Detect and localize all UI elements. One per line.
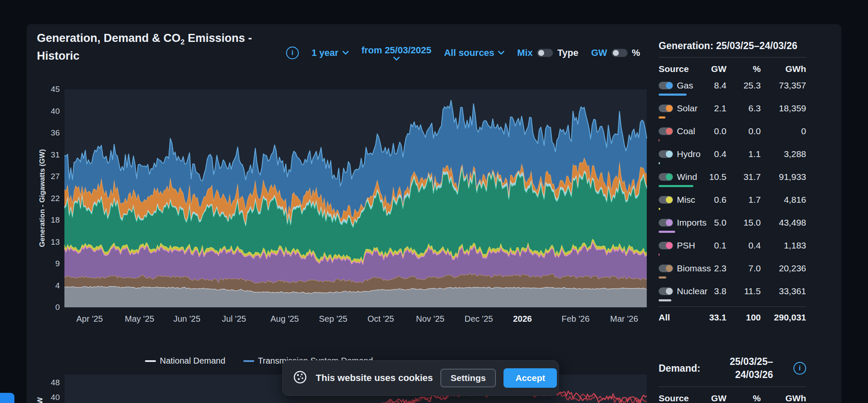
source-pct: 0.4 <box>726 240 761 251</box>
col-source: Source <box>659 393 703 403</box>
svg-text:Nov '25: Nov '25 <box>416 314 445 323</box>
mix-type-switch[interactable] <box>537 49 553 57</box>
source-cell: Gas <box>659 80 703 91</box>
demand-y-axis-label: GW <box>36 391 45 403</box>
source-gwh: 73,357 <box>761 80 806 91</box>
source-pct: 25.3 <box>726 80 761 91</box>
source-cell: Nuclear <box>659 286 703 297</box>
source-pct: 0.0 <box>726 126 761 137</box>
mix-label[interactable]: Mix <box>517 47 533 58</box>
help-widget-button[interactable] <box>0 393 14 403</box>
toggle-knob <box>666 196 673 203</box>
legend-item[interactable]: National Demand <box>145 356 225 366</box>
source-row: Imports 5.0 15.0 43,498 <box>659 215 806 238</box>
source-toggle[interactable] <box>659 265 673 272</box>
source-row: Hydro 0.4 1.1 3,288 <box>659 146 806 169</box>
source-toggle[interactable] <box>659 242 673 249</box>
source-row: Gas 8.4 25.3 73,357 <box>659 78 806 101</box>
dashboard-panel: Generation, Demand & CO2 Emissions - His… <box>27 24 841 403</box>
col-pct: % <box>726 64 761 74</box>
source-cell: Solar <box>659 103 703 114</box>
svg-text:Feb '26: Feb '26 <box>562 314 590 323</box>
source-toggle[interactable] <box>659 105 673 112</box>
source-pct: 1.1 <box>726 149 761 160</box>
demand-info-icon[interactable]: i <box>793 362 806 375</box>
total-gw: 33.1 <box>703 312 726 323</box>
info-icon[interactable]: i <box>286 47 299 59</box>
page-title: Generation, Demand & CO2 Emissions - His… <box>37 30 262 64</box>
svg-text:13: 13 <box>51 237 60 246</box>
cookie-settings-button[interactable]: Settings <box>440 369 496 387</box>
sources-dropdown[interactable]: All sources <box>444 47 505 58</box>
gw-label[interactable]: GW <box>591 47 607 58</box>
source-gwh: 18,359 <box>761 103 806 114</box>
demand-date-range: 25/03/25– 24/03/26 <box>730 355 773 381</box>
toggle-knob <box>666 219 673 226</box>
total-source: All <box>659 312 703 323</box>
source-row: Coal 0.0 0.0 0 <box>659 124 806 146</box>
range-dropdown[interactable]: 1 year <box>312 47 349 58</box>
range-dropdown-label: 1 year <box>312 47 339 58</box>
toggle-knob <box>666 174 673 180</box>
source-gwh: 33,361 <box>761 286 806 297</box>
legend-swatch <box>145 360 156 362</box>
source-gw: 2.1 <box>703 103 726 114</box>
source-cell: Coal <box>659 126 703 137</box>
source-toggle[interactable] <box>659 82 673 89</box>
source-toggle[interactable] <box>659 287 673 295</box>
share-bar <box>659 116 665 119</box>
from-date-dropdown[interactable]: from 25/03/2025 <box>362 45 431 61</box>
source-toggle[interactable] <box>659 127 673 135</box>
source-gwh: 4,816 <box>761 194 806 205</box>
svg-text:36: 36 <box>51 128 60 137</box>
generation-sidebar: Generation: 25/03/25–24/03/26 Source GW … <box>659 40 806 403</box>
share-bar <box>659 276 666 279</box>
share-bar <box>659 208 660 210</box>
percent-label[interactable]: % <box>632 47 640 58</box>
demand-date-line1: 25/03/25– <box>730 356 773 367</box>
generation-stacked-area-chart[interactable]: 0491318222731364045Apr '25May '25Jun '25… <box>45 83 650 328</box>
source-toggle[interactable] <box>659 219 673 226</box>
gw-percent-switch[interactable] <box>612 49 628 57</box>
cookie-accept-button[interactable]: Accept <box>504 368 557 388</box>
source-gw: 10.5 <box>703 171 726 182</box>
source-toggle[interactable] <box>659 196 673 204</box>
demand-date-line2: 24/03/26 <box>735 369 773 380</box>
svg-text:27: 27 <box>51 172 60 181</box>
svg-text:31: 31 <box>51 150 60 159</box>
share-bar <box>659 185 693 187</box>
source-row: PSH 0.1 0.4 1,183 <box>659 238 806 261</box>
mix-type-toggle: Mix Type <box>517 47 578 58</box>
source-pct: 6.3 <box>726 103 761 114</box>
source-gwh: 1,183 <box>761 240 806 251</box>
demand-table-header: Source GW % GWh <box>659 387 806 403</box>
toggle-knob <box>666 82 673 89</box>
toggle-knob <box>666 288 673 295</box>
type-label[interactable]: Type <box>557 47 579 58</box>
toggle-knob <box>666 128 673 135</box>
share-bar <box>659 94 687 96</box>
source-cell: Wind <box>659 171 703 182</box>
svg-text:Aug '25: Aug '25 <box>270 314 299 323</box>
source-cell: Imports <box>659 217 703 228</box>
share-bar <box>659 139 659 141</box>
source-gw: 5.0 <box>703 217 726 228</box>
svg-text:Oct '25: Oct '25 <box>367 314 394 323</box>
col-source: Source <box>659 64 703 74</box>
share-bar <box>659 231 675 233</box>
svg-text:9: 9 <box>55 259 60 268</box>
chevron-down-icon <box>393 57 400 61</box>
svg-text:45: 45 <box>51 85 60 94</box>
source-gwh: 20,236 <box>761 263 806 274</box>
source-toggle[interactable] <box>659 150 673 158</box>
source-row: Nuclear 3.8 11.5 33,361 <box>659 284 806 306</box>
source-label: Misc <box>677 194 695 205</box>
source-toggle[interactable] <box>659 173 673 181</box>
toggle-knob <box>666 105 673 112</box>
source-gwh: 3,288 <box>761 149 806 160</box>
source-gw: 0.0 <box>703 126 726 137</box>
source-row: Misc 0.6 1.7 4,816 <box>659 192 806 215</box>
cookie-banner: This website uses cookies Settings Accep… <box>282 360 559 396</box>
source-pct: 7.0 <box>726 263 761 274</box>
share-bar <box>659 299 671 301</box>
